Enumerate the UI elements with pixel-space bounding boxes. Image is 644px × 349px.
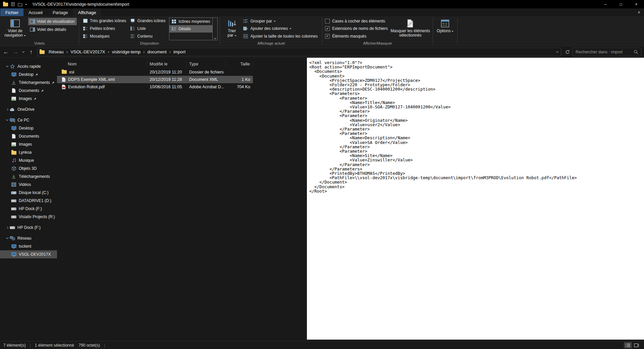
close-button[interactable]: × — [629, 0, 644, 8]
sidebar-item-videos[interactable]: Vidéos — [0, 181, 57, 189]
minimize-button[interactable]: ─ — [598, 0, 613, 8]
chevron-down-icon[interactable] — [5, 120, 9, 120]
address-dropdown-icon[interactable] — [556, 50, 558, 52]
sidebar-item-datadrive1-d[interactable]: DATADRIVE1 (D:) — [0, 197, 57, 205]
tab-affichage[interactable]: Affichage — [73, 8, 101, 16]
gallery-more-button[interactable] — [212, 18, 217, 40]
breadcrumb-document[interactable]: document — [145, 48, 169, 55]
thumbnails-view-toggle[interactable] — [633, 342, 641, 348]
sidebar-item-lynkoa[interactable]: Lynkoa — [0, 148, 57, 156]
details-pane-button[interactable]: Volet des détails — [28, 26, 77, 33]
checkbox-checked[interactable]: ✓ — [325, 34, 330, 39]
maximize-button[interactable]: □ — [613, 0, 629, 8]
file-modified: 20/12/2019 11:20 — [147, 70, 186, 74]
sidebar-item-documents-qa[interactable]: Documents — [0, 87, 57, 95]
column-header-taille[interactable]: Taille — [226, 61, 253, 67]
view-content-button[interactable]: Contenu — [128, 33, 168, 40]
search-box[interactable] — [573, 48, 641, 56]
sidebar-item-hp-dock-f[interactable]: HP Dock (F:) — [0, 205, 57, 213]
chevron-right-icon[interactable] — [5, 109, 9, 110]
sidebar-item-images-qa[interactable]: Images — [0, 95, 57, 103]
sidebar-item-ce-pc[interactable]: Ce PC — [0, 116, 57, 124]
sidebar-item-images[interactable]: Images — [0, 140, 57, 148]
pictures-icon — [11, 142, 17, 146]
address-bar[interactable]: Réseau › VSOL-DEV2017X › visbridge-temp … — [37, 48, 561, 56]
fit-columns-button[interactable]: Ajuster la taille de toutes les colonnes — [241, 33, 320, 40]
status-separator: | — [30, 343, 31, 348]
file-extensions-option[interactable]: ✓ Extensions de noms de fichiers — [324, 25, 390, 32]
column-header-modifie-le[interactable]: Modifié le — [147, 61, 186, 67]
breadcrumb-import[interactable]: import — [171, 48, 188, 55]
sidebar-item-desktop-qa[interactable]: Desktop — [0, 70, 57, 79]
sidebar-item-label: Vidéos — [19, 182, 31, 187]
xml-file-icon — [62, 77, 66, 82]
checkbox-unchecked[interactable] — [325, 19, 330, 23]
column-header-nom[interactable]: Nom — [57, 61, 147, 67]
chevron-down-icon — [24, 35, 26, 37]
file-row-ddps-exemple-xml[interactable]: DDPS Exemple XML.xml 20/12/2019 11:28 Do… — [57, 76, 253, 83]
sidebar-item-quick-access[interactable]: Accès rapide — [0, 62, 57, 70]
sidebar-item-telechargements[interactable]: Téléchargements — [0, 172, 57, 181]
sidebar-item-objets-3d[interactable]: Objets 3D — [0, 164, 57, 172]
view-large-icons-button[interactable]: Grandes icônes — [128, 17, 168, 24]
item-checkboxes-option[interactable]: Cases à cocher des éléments — [324, 18, 390, 24]
view-xl-icons-button[interactable]: Très grandes icônes — [81, 17, 128, 24]
hide-selected-icon — [406, 18, 415, 29]
network-icon — [9, 236, 15, 240]
file-row-evolution-robot-pdf[interactable]: Evolution Robot.pdf 10/06/2016 11:05 Ado… — [57, 83, 253, 91]
forward-button[interactable]: → — [11, 47, 20, 56]
sidebar-item-downloads-qa[interactable]: Téléchargements — [0, 79, 57, 87]
view-details-button[interactable]: Détails — [169, 25, 212, 33]
view-small-icons-button[interactable]: Petites icônes — [81, 25, 128, 32]
view-tiles-button[interactable]: Mosaïques — [81, 33, 128, 40]
sort-by-button[interactable]: Trier par — [222, 17, 241, 40]
view-small-icons-label: Petites icônes — [90, 26, 115, 31]
refresh-button[interactable] — [563, 47, 572, 56]
collapse-ribbon-icon[interactable]: ∧ — [634, 8, 644, 16]
breadcrumb-reseau[interactable]: Réseau — [46, 48, 66, 55]
breadcrumb-vsol-dev2017x[interactable]: VSOL-DEV2017X — [68, 48, 107, 55]
file-extensions-label: Extensions de noms de fichiers — [332, 26, 388, 31]
qat-properties-icon[interactable] — [11, 2, 15, 6]
sidebar-item-disque-local-c[interactable]: Disque local (C:) — [0, 189, 57, 197]
sidebar-item-musique[interactable]: Musique — [0, 156, 57, 164]
hide-selected-button[interactable]: Masquer les éléments sélectionnés — [390, 17, 431, 40]
sidebar-item-hp-dock-f-root[interactable]: HP Dock (F:) — [0, 223, 57, 232]
view-list-button[interactable]: Liste — [128, 25, 168, 32]
sidebar-item-label: HP Dock (F:) — [17, 225, 41, 230]
up-button[interactable]: ↑ — [26, 47, 36, 56]
sidebar-item-reseau[interactable]: Réseau — [0, 234, 57, 242]
file-row-xsl[interactable]: xsl 20/12/2019 11:20 Dossier de fichiers — [57, 68, 253, 76]
back-button[interactable]: ← — [1, 47, 10, 56]
sidebar-item-documents[interactable]: Documents — [0, 132, 57, 140]
chevron-right-icon[interactable] — [5, 227, 9, 229]
view-medium-icons-button[interactable]: Icônes moyennes — [169, 18, 212, 25]
selection-count: 1 élément sélectionné — [35, 343, 74, 348]
tab-fichier[interactable]: Fichier — [0, 8, 23, 16]
chevron-down-icon[interactable] — [5, 66, 9, 67]
sidebar-item-visiativ-projects-r[interactable]: Visiativ Projects (R:) — [0, 213, 57, 221]
tab-accueil[interactable]: Accueil — [23, 8, 48, 16]
recent-locations-button[interactable] — [21, 47, 26, 56]
group-by-button[interactable]: Grouper par — [241, 18, 320, 24]
search-input[interactable] — [576, 50, 632, 54]
hidden-items-option[interactable]: ✓ Éléments masqués — [324, 33, 390, 40]
breadcrumb-visbridge-temp[interactable]: visbridge-temp — [110, 48, 143, 55]
qat-dropdown-icon[interactable] — [25, 4, 27, 6]
add-columns-button[interactable]: Ajouter des colonnes — [241, 25, 320, 32]
sidebar-item-onedrive[interactable]: OneDrive — [0, 105, 57, 113]
search-icon[interactable] — [634, 50, 638, 54]
sidebar-item-desktop[interactable]: Desktop — [0, 124, 57, 132]
chevron-down-icon[interactable] — [5, 238, 9, 239]
column-header-type[interactable]: Type — [186, 61, 226, 67]
navigation-pane: Accès rapide Desktop Téléchargements Doc… — [0, 58, 57, 341]
options-button[interactable]: Options — [435, 17, 455, 40]
tab-partage[interactable]: Partage — [48, 8, 73, 16]
details-view-toggle[interactable] — [624, 342, 632, 348]
navigation-pane-button[interactable]: Volet de navigation — [2, 17, 28, 40]
preview-pane-button[interactable]: Volet de visualisation — [28, 18, 77, 25]
checkbox-checked[interactable]: ✓ — [325, 26, 330, 31]
sidebar-item-tsclient[interactable]: tsclient — [0, 242, 57, 250]
sidebar-item-vsol-dev2017x[interactable]: VSOL-DEV2017X — [0, 250, 57, 258]
qat-new-folder-icon[interactable] — [18, 2, 22, 6]
